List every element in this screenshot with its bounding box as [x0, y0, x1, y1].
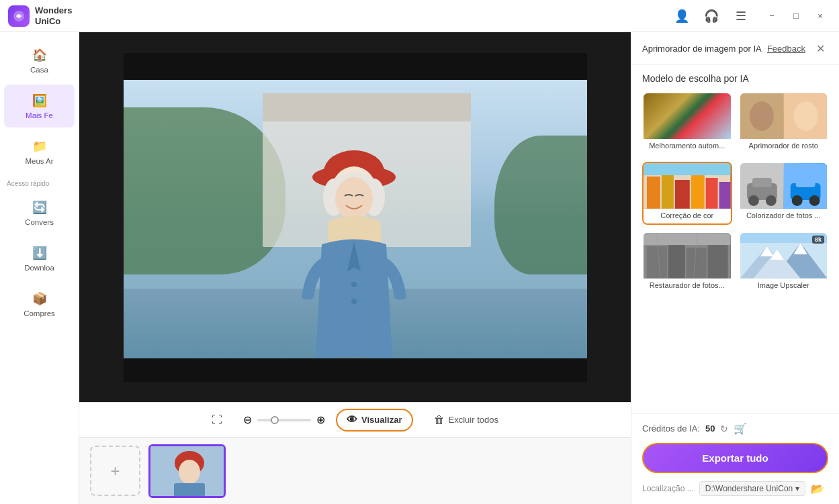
credits-label: Créditos de IA:	[642, 423, 700, 434]
close-button[interactable]: ×	[809, 7, 831, 26]
model-card-img-colorize	[740, 163, 828, 209]
sidebar-item-downloa[interactable]: ⬇️ Downloa	[4, 237, 75, 280]
minimize-button[interactable]: −	[761, 7, 783, 26]
zoom-controls: ⊖ ⊕	[243, 413, 325, 426]
files-icon: 📁	[32, 138, 48, 154]
svg-rect-39	[687, 248, 707, 279]
model-grid: Melhoramento autom... Aprimorador de ros…	[642, 92, 828, 295]
menu-icon[interactable]: ☰	[732, 7, 750, 26]
svg-rect-20	[662, 173, 674, 209]
sidebar-item-convers[interactable]: 🔄 Convers	[4, 191, 75, 234]
location-path[interactable]: D:\Wondershare UniCon ▾	[699, 481, 806, 496]
svg-point-8	[351, 282, 357, 287]
svg-point-7	[335, 177, 373, 220]
svg-rect-29	[752, 178, 771, 187]
model-card-img-face	[740, 93, 828, 139]
main-layout: 🏠 Casa 🖼️ Mais Fe 📁 Meus Ar Acesso rápid…	[0, 32, 839, 504]
model-card-label-restore: Restaurador de fotos...	[644, 279, 731, 293]
add-image-button[interactable]: +	[90, 446, 140, 496]
svg-point-17	[793, 101, 818, 131]
delete-label: Excluir todos	[449, 415, 498, 425]
delete-all-button[interactable]: 🗑 Excluir todos	[424, 409, 509, 431]
convert-icon: 🔄	[32, 199, 48, 215]
quick-access-label: Acesso rápido	[0, 174, 79, 190]
svg-rect-40	[708, 245, 728, 279]
zoom-thumb	[271, 416, 279, 424]
svg-rect-22	[691, 175, 705, 209]
sidebar-label-downloa: Downloa	[24, 264, 54, 272]
app-name: Wonders UniCo	[35, 5, 72, 26]
model-card-color[interactable]: Correção de cor	[642, 162, 732, 225]
content-area: ⛶ ⊖ ⊕ 👁 Visualizar 🗑 Excluir todos +	[79, 32, 631, 504]
model-card-img-restore	[644, 233, 731, 279]
right-panel: Aprimorador de imagem por IA Feedback ✕ …	[631, 32, 839, 504]
trash-icon: 🗑	[434, 414, 445, 426]
model-section-title: Modelo de escolha por IA	[642, 73, 828, 84]
model-card-colorize[interactable]: Colorizador de fotos ...	[739, 162, 829, 225]
thumbnail-image	[150, 446, 224, 496]
sidebar-item-meus-ar[interactable]: 📁 Meus Ar	[4, 130, 75, 173]
svg-rect-24	[719, 182, 731, 209]
svg-point-31	[765, 195, 776, 206]
download-icon: ⬇️	[32, 245, 48, 261]
location-label: Localização ...	[642, 484, 694, 493]
credits-row: Créditos de IA: 50 ↻ 🛒	[642, 422, 828, 435]
image-viewer	[79, 32, 631, 402]
home-icon: 🏠	[32, 47, 48, 63]
svg-rect-41	[644, 233, 731, 245]
zoom-slider[interactable]	[257, 419, 311, 421]
svg-point-34	[791, 195, 802, 206]
location-row: Localização ... D:\Wondershare UniCon ▾ …	[642, 481, 828, 496]
eye-icon: 👁	[347, 414, 357, 426]
panel-title: Aprimorador de imagem por IA	[642, 44, 762, 54]
svg-rect-38	[668, 243, 685, 279]
user-icon[interactable]: 👤	[672, 7, 691, 26]
panel-header: Aprimorador de imagem por IA Feedback ✕	[631, 32, 839, 65]
location-dropdown-icon: ▾	[795, 484, 799, 493]
location-path-text: D:\Wondershare UniCon	[705, 484, 793, 493]
sidebar-item-casa[interactable]: 🏠 Casa	[4, 39, 75, 82]
preview-button[interactable]: 👁 Visualizar	[336, 409, 412, 432]
enhance-icon: 🖼️	[32, 93, 48, 109]
thumbnail-item[interactable]	[148, 444, 226, 498]
svg-rect-19	[647, 177, 660, 209]
model-card-label-upscale: Image Upscaler	[740, 279, 828, 293]
model-section: Modelo de escolha por IA Melhoramento au…	[631, 65, 839, 300]
model-card-restore[interactable]: Restaurador de fotos...	[642, 232, 732, 295]
model-card-upscale[interactable]: 8k Image Upscaler	[739, 232, 829, 295]
title-bar-right: 👤 🎧 ☰ − □ ×	[672, 7, 831, 26]
model-card-img-color	[644, 163, 731, 209]
title-bar: Wonders UniCo 👤 🎧 ☰ − □ ×	[0, 0, 839, 32]
cart-icon[interactable]: 🛒	[734, 422, 747, 435]
svg-rect-23	[706, 178, 718, 209]
maximize-button[interactable]: □	[785, 7, 807, 26]
credits-value: 50	[705, 423, 715, 434]
fit-button[interactable]: ⛶	[202, 409, 232, 431]
sidebar-label-mais-fe: Mais Fe	[26, 111, 53, 119]
headphone-icon[interactable]: 🎧	[702, 7, 721, 26]
svg-rect-13	[174, 483, 205, 496]
model-card-label-color: Correção de cor	[644, 209, 731, 223]
close-panel-button[interactable]: ✕	[812, 40, 828, 56]
app-logo: Wonders UniCo	[8, 5, 72, 27]
model-card-auto[interactable]: Melhoramento autom...	[642, 92, 732, 155]
svg-point-35	[809, 195, 820, 206]
folder-icon[interactable]: 📂	[811, 483, 824, 495]
sidebar-item-compres[interactable]: 📦 Compres	[4, 283, 75, 325]
export-all-button[interactable]: Exportar tudo	[642, 443, 828, 473]
zoom-out-icon[interactable]: ⊖	[243, 413, 252, 426]
model-card-label-face: Aprimorador de rosto	[740, 139, 828, 154]
model-card-face[interactable]: Aprimorador de rosto	[739, 92, 829, 155]
svg-point-9	[351, 299, 357, 304]
svg-point-30	[748, 195, 758, 206]
viewer-toolbar: ⛶ ⊖ ⊕ 👁 Visualizar 🗑 Excluir todos	[79, 402, 631, 437]
app-logo-icon	[8, 5, 30, 27]
refresh-icon[interactable]: ↻	[720, 423, 728, 434]
svg-rect-37	[647, 246, 667, 279]
thumbnail-strip: +	[79, 437, 631, 504]
feedback-link[interactable]: Feedback	[767, 44, 805, 54]
model-card-img-auto	[644, 93, 731, 139]
sidebar-item-mais-fe[interactable]: 🖼️ Mais Fe	[4, 85, 75, 128]
zoom-in-icon[interactable]: ⊕	[316, 413, 325, 426]
panel-bottom: Créditos de IA: 50 ↻ 🛒 Exportar tudo Loc…	[631, 413, 839, 504]
